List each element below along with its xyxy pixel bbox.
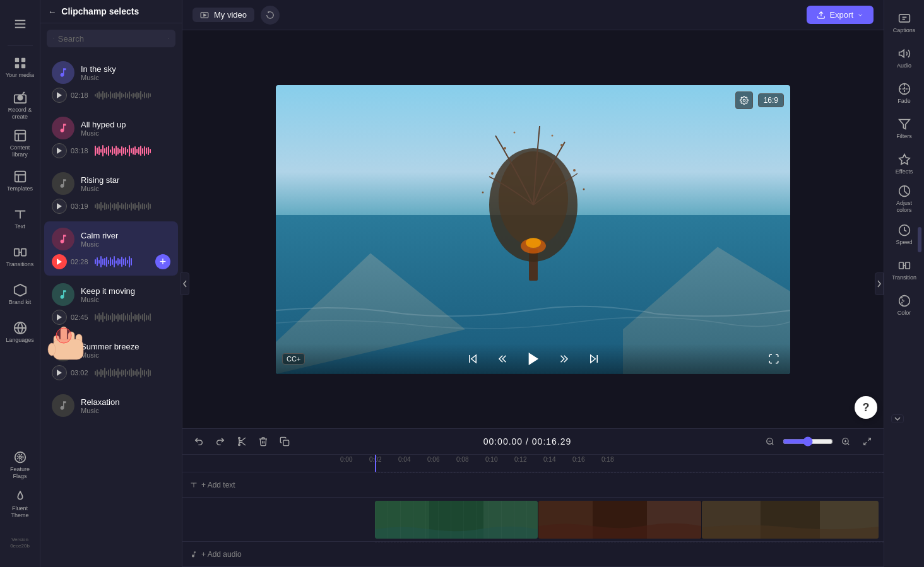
right-panel-item-transition[interactable]: Transition (887, 254, 922, 286)
collapse-panel-button[interactable] (182, 272, 189, 295)
forward-button[interactable] (554, 349, 574, 369)
right-panel-item-filters[interactable]: Filters (887, 112, 922, 145)
audio-track-content[interactable] (375, 542, 884, 566)
music-item-calm-river[interactable]: Calm river Music 02:28 + (44, 221, 178, 276)
music-name: Rising star (81, 175, 170, 185)
help-button[interactable]: ? (855, 396, 877, 419)
right-panel-item-effects[interactable]: Effects (887, 148, 922, 180)
play-pause-button[interactable] (523, 349, 543, 369)
music-info: Summer breeze Music (81, 342, 170, 359)
music-item-keep-it-moving[interactable]: Keep it moving Music 02:45 (44, 277, 178, 331)
play-button[interactable] (52, 199, 67, 214)
svg-marker-81 (899, 119, 909, 129)
settings-button[interactable] (735, 91, 753, 109)
sidebar-item-label: Record &create (8, 107, 32, 120)
expand-timeline-button[interactable] (858, 433, 876, 450)
duration: 03:02 (71, 369, 91, 377)
svg-rect-11 (14, 249, 18, 256)
music-item-relaxation[interactable]: Relaxation Music (44, 388, 178, 427)
search-bar[interactable] (47, 30, 175, 47)
svg-rect-10 (15, 172, 25, 182)
filter-icon (898, 118, 911, 131)
sidebar-item-fluent-theme[interactable]: FluentTheme (3, 486, 38, 522)
right-panel-item-captions[interactable]: Captions (887, 6, 922, 39)
play-button[interactable] (52, 365, 67, 380)
video-title-tab[interactable]: My video (192, 8, 254, 22)
music-item-rising-star[interactable]: Rising star Music 03:19 (44, 166, 178, 220)
zoom-out-button[interactable] (761, 433, 779, 450)
fullscreen-button[interactable] (764, 349, 784, 369)
sidebar-item-templates[interactable]: Templates (3, 163, 38, 199)
play-button[interactable] (52, 310, 67, 325)
music-item-summer-breeze[interactable]: Summer breeze Music 03:02 (44, 332, 178, 387)
svg-marker-43 (471, 355, 476, 363)
svg-rect-56 (283, 440, 289, 446)
sidebar-item-brand-kit[interactable]: Brand kit (3, 277, 38, 312)
right-panel-item-color[interactable]: Color (887, 289, 922, 322)
sidebar-item-record-create[interactable]: Record &create (3, 88, 38, 123)
back-button[interactable]: ← (48, 7, 56, 16)
cc-button[interactable]: CC+ (282, 353, 305, 365)
add-text-button[interactable]: + Add text (201, 481, 235, 489)
play-button[interactable] (52, 143, 67, 158)
aspect-ratio-badge[interactable]: 16:9 (758, 93, 784, 107)
sidebar-item-text[interactable]: Text (3, 201, 38, 237)
zoom-slider[interactable] (783, 436, 833, 447)
video-clip-3[interactable] (702, 501, 879, 539)
music-item-in-the-sky[interactable]: In the sky Music 02:18 (44, 55, 178, 109)
hamburger-menu[interactable] (3, 6, 38, 42)
right-panel-item-speed[interactable]: Speed (887, 218, 922, 251)
search-icon (53, 34, 54, 43)
right-panel-label: Color (897, 310, 911, 317)
duplicate-button[interactable] (276, 433, 293, 450)
svg-point-34 (526, 238, 541, 248)
text-track-content[interactable] (375, 472, 884, 497)
add-audio-button[interactable]: + Add audio (201, 550, 242, 559)
music-icon (52, 394, 74, 417)
right-panel-item-fade[interactable]: Fade (887, 77, 922, 110)
svg-rect-5 (15, 64, 18, 68)
export-label: Export (829, 10, 853, 20)
delete-button[interactable] (254, 433, 272, 450)
svg-point-35 (504, 147, 506, 149)
left-nav: Your media Record &create Contentlibrary… (0, 0, 40, 567)
music-note-icon (190, 551, 198, 558)
sidebar-item-label: Languages (6, 337, 34, 344)
svg-point-50 (239, 437, 240, 439)
audio-track-label: + Add audio (182, 550, 375, 559)
right-panel-label: Filters (896, 133, 912, 140)
play-button[interactable] (52, 254, 67, 269)
rewind-button[interactable] (493, 349, 513, 369)
undo-button[interactable] (190, 433, 208, 450)
video-track-content[interactable] (375, 498, 884, 542)
adjust-icon (898, 185, 911, 197)
collapse-right-panel-button[interactable] (875, 272, 884, 295)
right-panel-item-adjust-colors[interactable]: Adjustcolors (887, 183, 922, 216)
preview-video: CC+ (276, 85, 790, 374)
preview-area: CC+ (182, 30, 884, 428)
music-item-all-hyped-up[interactable]: All hyped up Music 03:18 (44, 110, 178, 165)
skip-forward-button[interactable] (584, 349, 604, 369)
play-button[interactable] (52, 88, 67, 103)
music-type: Music (81, 185, 170, 192)
search-input[interactable] (58, 34, 164, 44)
sidebar-item-feature-flags[interactable]: FeatureFlags (3, 447, 38, 482)
version-label: Version0ece20b (10, 537, 30, 549)
music-info: Rising star Music (81, 175, 170, 192)
video-clip-1[interactable] (375, 501, 538, 539)
redo-button[interactable] (211, 433, 229, 450)
video-clip-2[interactable] (538, 501, 701, 539)
svg-line-58 (772, 443, 774, 445)
right-panel-item-audio[interactable]: Audio (887, 42, 922, 74)
skip-back-button[interactable] (463, 349, 483, 369)
export-button[interactable]: Export (807, 6, 874, 24)
svg-rect-4 (21, 58, 25, 62)
add-to-timeline-button[interactable]: + (155, 254, 170, 269)
sidebar-item-your-media[interactable]: Your media (3, 50, 38, 85)
sidebar-item-languages[interactable]: Languages (3, 315, 38, 350)
history-button[interactable] (261, 6, 280, 25)
sidebar-item-content-library[interactable]: Contentlibrary (3, 126, 38, 161)
zoom-in-button[interactable] (837, 433, 855, 450)
cut-button[interactable] (233, 433, 251, 450)
sidebar-item-transitions[interactable]: Transitions (3, 239, 38, 274)
